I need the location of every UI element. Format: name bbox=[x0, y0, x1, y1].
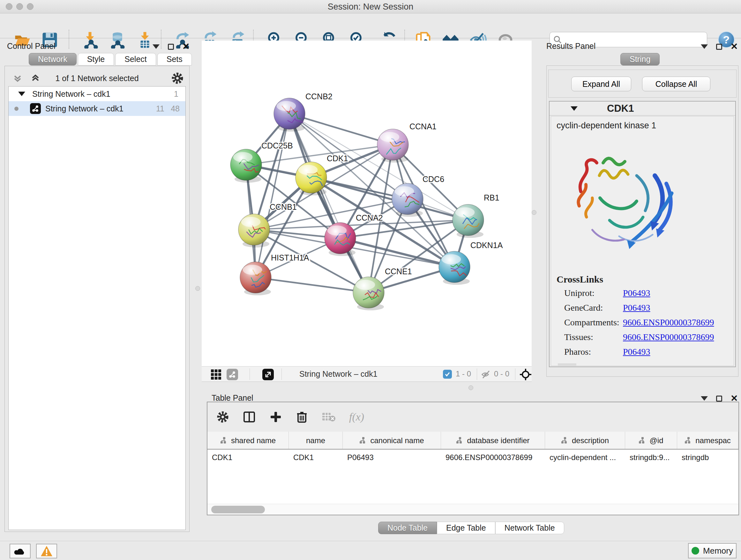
edge-CCNB2-CCNA1[interactable] bbox=[289, 114, 393, 145]
node-count: 11 bbox=[156, 104, 164, 113]
scrollbar-thumb[interactable] bbox=[211, 506, 265, 513]
crosslink-genecard[interactable]: P06493 bbox=[623, 303, 650, 313]
gene-entry-header[interactable]: CDK1 bbox=[549, 102, 735, 116]
table-horizontal-scrollbar[interactable] bbox=[207, 504, 738, 515]
table-cell[interactable]: 9606.ENSP00000378699 bbox=[441, 450, 545, 465]
left-splitter-handle[interactable] bbox=[195, 286, 200, 291]
right-splitter-handle[interactable] bbox=[532, 210, 536, 215]
create-column-plus-icon[interactable] bbox=[269, 411, 282, 423]
import-network-database-button[interactable] bbox=[108, 30, 127, 50]
node-CDKN1A[interactable] bbox=[439, 251, 470, 285]
results-panel-close-icon[interactable]: ✕ bbox=[731, 44, 738, 50]
network-options-gear-icon[interactable] bbox=[171, 72, 184, 84]
node-RB1[interactable] bbox=[453, 204, 484, 238]
results-panel-menu-icon[interactable] bbox=[701, 44, 708, 49]
tab-network[interactable]: Network bbox=[29, 53, 77, 65]
network-attribute-icon bbox=[456, 437, 464, 444]
table-panel-float-icon[interactable] bbox=[716, 395, 722, 401]
tab-network-table[interactable]: Network Table bbox=[495, 522, 564, 534]
import-network-file-button[interactable] bbox=[80, 30, 99, 50]
crosslink-label: GeneCard: bbox=[564, 303, 603, 313]
gene-collapse-icon[interactable] bbox=[570, 106, 578, 111]
column-header-shared-name[interactable]: shared name bbox=[207, 432, 289, 449]
horizontal-splitter-handle[interactable] bbox=[468, 385, 473, 390]
node-label-CCNB1: CCNB1 bbox=[270, 202, 297, 211]
network-attribute-icon bbox=[638, 437, 646, 444]
node-CCNB1[interactable] bbox=[239, 214, 270, 247]
node-CDK1[interactable] bbox=[295, 162, 327, 195]
column-header-namespac[interactable]: namespac bbox=[677, 432, 738, 449]
selected-counts: 1 - 0 bbox=[456, 369, 471, 378]
table-cell[interactable]: CDK1 bbox=[207, 450, 289, 465]
table-cell[interactable]: stringdb bbox=[677, 450, 738, 465]
edge-count: 48 bbox=[171, 104, 180, 113]
table-cell[interactable]: CDK1 bbox=[289, 450, 343, 465]
collection-collapse-icon[interactable] bbox=[18, 91, 25, 96]
network-canvas[interactable]: CCNB2CCNA1CDC25BCDK1CDC6RB1CCNB1CCNA2CDK… bbox=[202, 41, 532, 366]
table-cell[interactable]: stringdb:9... bbox=[625, 450, 677, 465]
tab-node-table[interactable]: Node Table bbox=[378, 522, 437, 534]
column-header-canonical-name[interactable]: canonical name bbox=[343, 432, 441, 449]
node-CDC25B[interactable] bbox=[230, 149, 262, 183]
control-panel-menu-icon[interactable] bbox=[152, 44, 159, 49]
collapse-all-button[interactable]: Collapse All bbox=[642, 77, 711, 91]
table-cell[interactable]: cyclin-dependent ... bbox=[545, 450, 625, 465]
node-CDC6[interactable] bbox=[392, 183, 423, 217]
edge-HIST1H1A-CCNE1[interactable] bbox=[256, 277, 368, 293]
tab-string-results[interactable]: String bbox=[620, 53, 660, 65]
node-CCNA1[interactable] bbox=[377, 129, 408, 163]
network-row-selected[interactable]: String Network – cdk1 11 48 bbox=[9, 101, 185, 116]
crosslink-tissues[interactable]: 9606.ENSP00000378699 bbox=[623, 332, 714, 342]
warnings-button[interactable] bbox=[36, 544, 57, 558]
table-panel-close-icon[interactable]: ✕ bbox=[731, 395, 738, 401]
column-header-database-identifier[interactable]: database identifier bbox=[441, 432, 545, 449]
control-panel-title: Control Panel bbox=[7, 42, 55, 53]
network-collection-row[interactable]: String Network – cdk1 1 bbox=[9, 86, 185, 101]
tab-edge-table[interactable]: Edge Table bbox=[437, 522, 495, 534]
table-tabs: Node TableEdge TableNetwork Table bbox=[378, 522, 564, 534]
expand-all-button[interactable]: Expand All bbox=[571, 77, 631, 91]
import-table-file-button[interactable] bbox=[135, 30, 154, 50]
detach-view-icon[interactable] bbox=[262, 369, 274, 380]
results-panel-title: Results Panel bbox=[546, 42, 596, 53]
column-header-description[interactable]: description bbox=[545, 432, 625, 449]
table-cell[interactable]: P06493 bbox=[343, 450, 441, 465]
network-attribute-icon bbox=[561, 437, 569, 444]
birds-eye-view-icon[interactable] bbox=[211, 369, 221, 380]
crosslink-compartments[interactable]: 9606.ENSP00000378699 bbox=[623, 317, 714, 327]
edge-CCNB2-CCNE1[interactable] bbox=[289, 114, 368, 293]
cloud-status-button[interactable] bbox=[10, 544, 30, 558]
table-row[interactable]: CDK1CDK1P064939606.ENSP00000378699cyclin… bbox=[207, 450, 738, 465]
memory-button[interactable]: Memory bbox=[688, 543, 737, 558]
string-panel-icon[interactable] bbox=[226, 369, 238, 380]
network-attribute-icon bbox=[684, 437, 692, 444]
results-scrollbar-notch[interactable] bbox=[558, 363, 576, 366]
tab-sets[interactable]: Sets bbox=[157, 53, 192, 65]
database-icon bbox=[109, 31, 126, 49]
tab-style[interactable]: Style bbox=[78, 53, 114, 65]
node-CCNA2[interactable] bbox=[325, 223, 356, 256]
control-panel-close-icon[interactable]: ✕ bbox=[182, 44, 190, 50]
node-HIST1H1A[interactable] bbox=[240, 262, 271, 295]
column-label: database identifier bbox=[467, 436, 529, 445]
selected-items-checkbox[interactable] bbox=[443, 370, 452, 379]
function-builder-icon-disabled: f(x) bbox=[349, 411, 364, 423]
node-label-CDC6: CDC6 bbox=[422, 175, 444, 184]
show-columns-icon[interactable] bbox=[243, 410, 256, 424]
table-toolbar: f(x) bbox=[207, 402, 738, 432]
tab-select[interactable]: Select bbox=[115, 53, 156, 65]
column-header-name[interactable]: name bbox=[289, 432, 343, 449]
table-panel-menu-icon[interactable] bbox=[701, 396, 708, 401]
node-CCNE1[interactable] bbox=[353, 277, 384, 310]
results-panel-float-icon[interactable] bbox=[716, 44, 722, 50]
fit-selected-crosshair-icon[interactable] bbox=[520, 368, 532, 381]
table-options-gear-icon[interactable] bbox=[216, 411, 229, 423]
column-label: namespac bbox=[695, 436, 731, 445]
delete-column-trash-icon[interactable] bbox=[295, 411, 308, 423]
column-label: name bbox=[306, 436, 325, 445]
crosslink-pharos[interactable]: P06493 bbox=[623, 347, 650, 357]
network-selection-status: 1 of 1 Network selected bbox=[4, 74, 190, 83]
control-panel-float-icon[interactable] bbox=[168, 44, 174, 50]
crosslink-uniprot[interactable]: P06493 bbox=[623, 288, 650, 298]
column-header--id[interactable]: @id bbox=[625, 432, 677, 449]
